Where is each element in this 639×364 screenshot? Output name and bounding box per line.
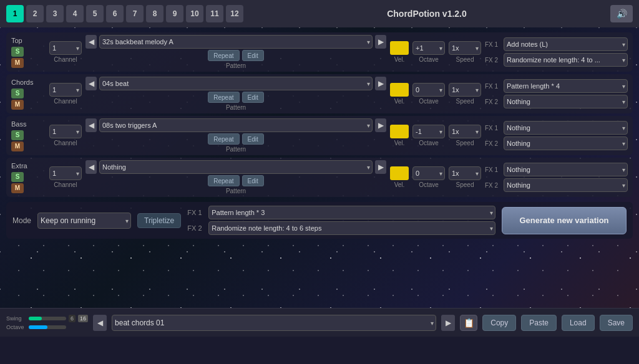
speed-label-extra: Speed [456,181,474,188]
bottom-fx2-label: FX 2 [187,224,206,232]
speed-select-bass[interactable]: 1x2x4x1/21/4 [449,125,481,138]
pattern-select-top[interactable]: 32s backbeat melody A16s melody A08s bea… [99,35,373,49]
tab-3[interactable]: 3 [46,5,64,22]
speed-label-bass: Speed [456,140,474,146]
tab-7[interactable]: 7 [126,5,144,22]
pattern-select-chords[interactable]: 04s beat08s beat16s beatNothing [99,77,373,90]
swing-slider[interactable] [29,317,66,320]
s-button-chords[interactable]: S [11,89,24,98]
generate-variation-button[interactable]: Generate new variation [502,207,627,234]
s-button-top[interactable]: S [11,47,24,57]
repeat-button-extra[interactable]: Repeat [208,175,239,186]
s-button-bass[interactable]: S [11,130,24,140]
fx1-select-chords[interactable]: NothingAdd notes (L)Pattern length * 4Pa… [504,79,628,93]
channel-select-top[interactable]: 12345678910111213141516 [49,41,82,55]
repeat-button-chords[interactable]: Repeat [208,92,239,103]
preset-select[interactable]: beat chords 01 [112,315,436,331]
pattern-prev-bass[interactable]: ◀ [85,118,97,132]
pattern-select-extra[interactable]: Nothing04s beat08s beat [99,160,373,174]
copy-button[interactable]: Copy [482,315,516,331]
tab-6[interactable]: 6 [106,5,124,22]
fx2-row-chords: FX 2 NothingAdd notes (L)Pattern length … [485,95,628,108]
bottom-fx1-select[interactable]: NothingAdd notes (L)Pattern length * 4Pa… [208,206,495,219]
fx1-select-bass[interactable]: NothingAdd notes (L)Pattern length * 4Pa… [504,121,628,135]
mode-select[interactable]: Keep on runningStop after one cyclePing … [37,213,131,229]
fx1-label-extra: FX 1 [485,166,501,173]
preset-prev-button[interactable]: ◀ [93,315,107,331]
channel-select-bass[interactable]: 12345678910111213141516 [49,125,82,138]
tab-2[interactable]: 2 [26,5,44,22]
octave-select-chords[interactable]: -2-10+1+2 [412,83,445,97]
sm-buttons-top: S M [11,47,24,68]
mode-label: Mode [12,216,31,225]
edit-button-bass[interactable]: Edit [242,133,264,145]
tab-4[interactable]: 4 [66,5,84,22]
repeat-button-top[interactable]: Repeat [208,50,239,61]
swing-value: 6 [69,315,76,322]
vel-box-extra[interactable] [390,166,409,180]
fx2-select-chords[interactable]: NothingAdd notes (L)Pattern length * 4Pa… [504,95,628,108]
octave-row: Octave [6,324,88,330]
fx2-select-bass[interactable]: NothingAdd notes (L)Pattern length * 4Pa… [504,136,628,150]
tab-10[interactable]: 10 [186,5,203,22]
fx2-select-extra[interactable]: NothingAdd notes (L)Pattern length * 4Pa… [504,178,628,192]
tab-5[interactable]: 5 [86,5,104,22]
fx1-row-extra: FX 1 NothingAdd notes (L)Pattern length … [485,163,628,176]
octave-select-bass[interactable]: -2-10+1+2 [412,125,445,138]
pattern-prev-top[interactable]: ◀ [85,35,97,49]
pattern-next-bass[interactable]: ▶ [375,118,386,132]
vel-box-chords[interactable] [390,83,409,97]
pattern-select-bass[interactable]: 08s two triggers A04s beatNothing [99,118,373,132]
tab-8[interactable]: 8 [146,5,163,22]
m-button-top[interactable]: M [11,58,24,68]
tripletize-button[interactable]: Tripletize [137,213,181,228]
m-button-bass[interactable]: M [11,141,24,151]
edit-button-extra[interactable]: Edit [242,175,264,186]
speaker-button[interactable]: 🔊 [610,5,633,22]
paste-button[interactable]: Paste [521,315,557,331]
load-button[interactable]: Load [562,315,595,331]
fx1-row-chords: FX 1 NothingAdd notes (L)Pattern length … [485,79,628,93]
pattern-sub-btns-top: Repeat Edit [208,50,263,61]
octave-select-top[interactable]: -2-10+1+2 [412,41,445,55]
save-button[interactable]: Save [600,315,633,331]
edit-button-chords[interactable]: Edit [242,92,264,103]
fx1-select-top[interactable]: NothingAdd notes (L)Pattern length * 4Pa… [504,37,628,51]
fx1-select-extra[interactable]: NothingAdd notes (L)Pattern length * 4Pa… [504,163,628,176]
preset-next-button[interactable]: ▶ [441,315,455,331]
pattern-nav-top: ◀ 32s backbeat melody A16s melody A08s b… [85,35,386,49]
octave-slider[interactable] [29,325,66,329]
pattern-next-extra[interactable]: ▶ [375,160,386,174]
tab-1[interactable]: 1 [6,5,24,22]
s-button-extra[interactable]: S [11,172,24,182]
m-button-extra[interactable]: M [11,183,24,193]
vel-box-top[interactable] [390,41,409,55]
speed-select-chords[interactable]: 1x2x4x1/21/4 [449,83,481,97]
channel-select-extra[interactable]: 12345678910111213141516 [49,166,82,180]
pattern-prev-extra[interactable]: ◀ [85,160,97,174]
tab-9[interactable]: 9 [166,5,183,22]
pattern-next-chords[interactable]: ▶ [375,77,386,90]
channel-select-chords[interactable]: 12345678910111213141516 [49,83,82,97]
fx-group-top: FX 1 NothingAdd notes (L)Pattern length … [485,37,628,67]
pattern-prev-chords[interactable]: ◀ [85,77,97,90]
speed-select-extra[interactable]: 1x2x4x1/21/4 [449,166,481,180]
pattern-next-top[interactable]: ▶ [375,35,386,49]
bottom-fx2-select[interactable]: NothingAdd notes (L)Pattern length * 4Pa… [208,221,495,235]
channel-label-chords: Channel [54,98,77,105]
tab-11[interactable]: 11 [206,5,223,22]
octave-select-extra[interactable]: -2-10+1+2 [412,166,445,180]
vel-box-bass[interactable] [390,125,409,138]
repeat-button-bass[interactable]: Repeat [208,133,239,145]
edit-button-top[interactable]: Edit [242,50,264,61]
fx2-select-top[interactable]: NothingAdd notes (L)Pattern length * 4Pa… [504,53,628,67]
speed-select-top[interactable]: 1x2x4x1/21/4 [449,41,481,55]
swing-value-alt: 16 [78,315,88,322]
bottom-fx2-row: FX 2 NothingAdd notes (L)Pattern length … [187,221,495,235]
fx2-label-top: FX 2 [485,57,501,64]
pattern-label-extra: Pattern [226,188,246,194]
clipboard-button[interactable]: 📋 [460,315,477,331]
track-left-bass: Bass S M [11,120,46,151]
tab-12[interactable]: 12 [226,5,243,22]
m-button-chords[interactable]: M [11,100,24,110]
